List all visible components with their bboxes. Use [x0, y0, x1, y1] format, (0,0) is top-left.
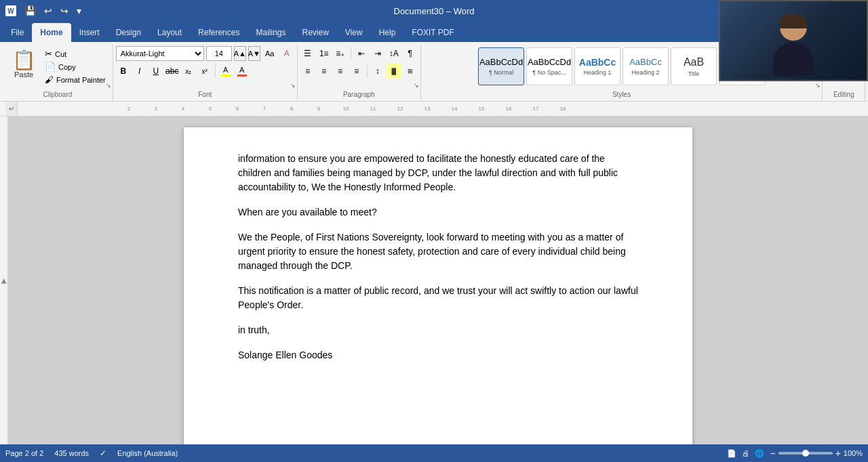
paste-label: Paste — [14, 70, 33, 79]
borders-btn[interactable]: ⊞ — [403, 64, 418, 79]
video-overlay — [719, 0, 868, 81]
tab-design[interactable]: Design — [108, 23, 149, 42]
paragraph-expand[interactable]: ↘ — [414, 82, 419, 89]
font-controls: Akkurat-Light A▲ A▼ Aa A B I U abc x₂ x²… — [116, 45, 294, 89]
font-color-icon: A — [239, 66, 244, 74]
align-justify-btn[interactable]: ≡ — [349, 64, 364, 79]
italic-button[interactable]: I — [132, 64, 147, 79]
document-area[interactable]: information to ensure you are empowered … — [8, 117, 868, 444]
style-heading1-preview: AaBbCc — [579, 57, 616, 68]
zoom-slider[interactable] — [778, 452, 833, 455]
sort-btn[interactable]: ↕A — [387, 46, 401, 61]
zoom-control: − + 100% — [770, 448, 863, 459]
paragraph-7 — [238, 373, 638, 387]
highlight-bar — [221, 75, 231, 77]
styles-expand[interactable]: ↘ — [815, 82, 821, 89]
highlight-icon: A — [223, 66, 228, 74]
superscript-button[interactable]: x² — [197, 64, 212, 79]
font-size-increase[interactable]: A▲ — [234, 46, 246, 61]
numbering-btn[interactable]: 1≡ — [317, 46, 332, 61]
multilevel-btn[interactable]: ≡₊ — [333, 46, 348, 61]
left-arrow[interactable]: ◀ — [0, 278, 7, 283]
paragraph-2: When are you available to meet? — [238, 205, 638, 219]
tab-file[interactable]: File — [3, 23, 32, 42]
layout-web-btn[interactable]: 🌐 — [755, 449, 764, 458]
bold-button[interactable]: B — [116, 64, 131, 79]
paragraph-label: Paragraph — [300, 89, 418, 101]
bullets-btn[interactable]: ☰ — [300, 46, 315, 61]
paragraph-3: We the People, of First Nations Sovereig… — [238, 230, 638, 273]
font-size-decrease[interactable]: A▼ — [248, 46, 260, 61]
zoom-thumb — [802, 450, 809, 457]
font-expand[interactable]: ↘ — [290, 82, 296, 89]
tab-mailings[interactable]: Mailings — [248, 23, 294, 42]
clipboard-small-buttons: ✂ Cut 📄 Copy 🖌 Format Painter — [42, 46, 108, 86]
tab-home[interactable]: Home — [32, 23, 71, 42]
font-divider — [215, 65, 216, 77]
tab-foxit[interactable]: FOXIT PDF — [403, 23, 462, 42]
person-silhouette — [766, 7, 821, 75]
tab-help[interactable]: Help — [371, 23, 404, 42]
person-hair — [780, 14, 807, 28]
align-right-btn[interactable]: ≡ — [333, 64, 348, 79]
format-painter-icon: 🖌 — [45, 75, 54, 85]
person-head — [780, 14, 807, 41]
align-center-btn[interactable]: ≡ — [317, 64, 332, 79]
redo-btn[interactable]: ↪ — [58, 4, 71, 18]
strikethrough-button[interactable]: abc — [165, 64, 180, 79]
undo-btn[interactable]: ↩ — [41, 4, 55, 18]
clipboard-group: 📋 Paste ✂ Cut 📄 Copy 🖌 Format Painter Cl… — [3, 45, 113, 101]
tab-review[interactable]: Review — [294, 23, 336, 42]
tab-references[interactable]: References — [190, 23, 248, 42]
clear-formatting-btn[interactable]: A — [279, 46, 294, 61]
ruler-left-btn[interactable]: ↵ — [5, 102, 18, 117]
word-count: 435 words — [54, 449, 89, 457]
font-size-input[interactable] — [206, 46, 232, 61]
subscript-button[interactable]: x₂ — [181, 64, 196, 79]
font-name-select[interactable]: Akkurat-Light — [116, 46, 204, 61]
tab-view[interactable]: View — [337, 23, 371, 42]
show-formatting-btn[interactable]: ¶ — [403, 46, 418, 61]
document-page[interactable]: information to ensure you are empowered … — [184, 127, 692, 444]
line-spacing-btn[interactable]: ↕ — [370, 64, 385, 79]
highlight-color-btn[interactable]: A — [218, 64, 233, 79]
cut-button[interactable]: ✂ Cut — [42, 47, 108, 60]
shading-btn[interactable]: ▓ — [387, 64, 401, 79]
ruler: ↵ 2 3 4 5 6 7 8 9 10 11 12 13 14 15 16 1… — [0, 102, 868, 117]
align-left-btn[interactable]: ≡ — [300, 64, 315, 79]
font-color-btn[interactable]: A — [235, 64, 250, 79]
format-painter-button[interactable]: 🖌 Format Painter — [42, 73, 108, 86]
style-no-spacing[interactable]: AaBbCcDd ¶ No Spac... — [526, 47, 572, 85]
paragraph-1: information to ensure you are empowered … — [238, 152, 638, 194]
save-btn[interactable]: 💾 — [22, 4, 39, 18]
style-title[interactable]: AaB Title — [671, 47, 717, 85]
font-case-btn[interactable]: Aa — [262, 46, 277, 61]
cut-label: Cut — [55, 50, 66, 58]
layout-print-btn[interactable]: 🖨 — [742, 449, 749, 457]
style-normal[interactable]: AaBbCcDd ¶ Normal — [478, 47, 524, 85]
zoom-level: 100% — [844, 449, 863, 457]
tab-insert[interactable]: Insert — [71, 23, 108, 42]
clipboard-label: Clipboard — [7, 89, 108, 101]
increase-indent-btn[interactable]: ⇥ — [370, 46, 385, 61]
paste-button[interactable]: 📋 Paste — [7, 46, 41, 81]
title-bar-left: W 💾 ↩ ↪ ▾ — [5, 4, 84, 18]
font-name-row: Akkurat-Light A▲ A▼ Aa A — [116, 46, 294, 61]
para-divider2 — [367, 65, 368, 77]
layout-read-btn[interactable]: 📄 — [727, 449, 736, 458]
align-row: ≡ ≡ ≡ ≡ ↕ ▓ ⊞ — [300, 64, 418, 79]
customize-btn[interactable]: ▾ — [74, 4, 84, 18]
underline-button[interactable]: U — [149, 64, 163, 79]
font-group: Akkurat-Light A▲ A▼ Aa A B I U abc x₂ x²… — [113, 45, 298, 101]
clipboard-expand[interactable]: ↘ — [106, 82, 111, 89]
style-heading2[interactable]: AaBbCc Heading 2 — [623, 47, 669, 85]
proofing-icon[interactable]: ✓ — [100, 448, 106, 458]
copy-button[interactable]: 📄 Copy — [42, 60, 108, 73]
zoom-out-btn[interactable]: − — [770, 448, 775, 459]
paragraph-6: Solange Ellen Goodes — [238, 348, 638, 362]
style-heading1[interactable]: AaBbCc Heading 1 — [574, 47, 620, 85]
tab-layout[interactable]: Layout — [149, 23, 190, 42]
cut-icon: ✂ — [45, 49, 52, 59]
decrease-indent-btn[interactable]: ⇤ — [354, 46, 369, 61]
zoom-in-btn[interactable]: + — [835, 448, 841, 459]
